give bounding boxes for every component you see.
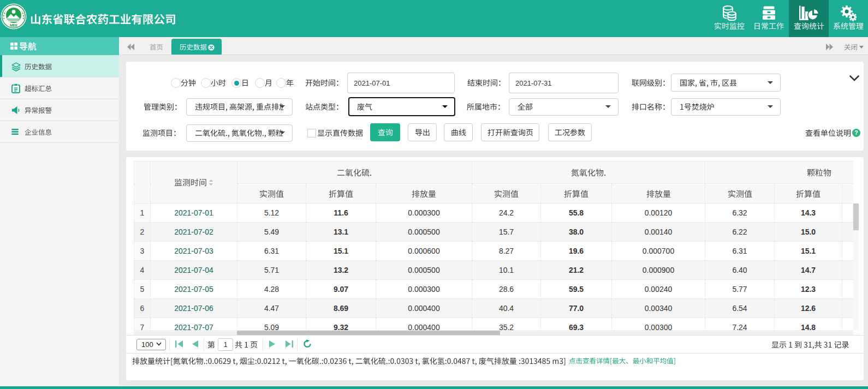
svg-text:MEE: MEE bbox=[10, 23, 18, 27]
svg-text:?: ? bbox=[854, 129, 858, 136]
